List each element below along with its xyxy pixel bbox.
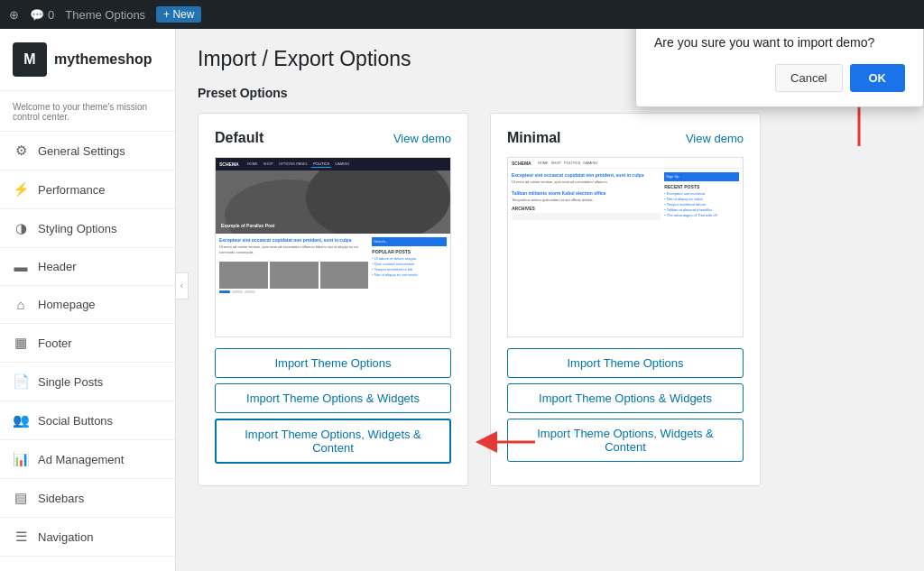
logo-tagline: Welcome to your theme's mission control … (0, 102, 175, 132)
sidebar-item-navigation[interactable]: ☰ Navigation (0, 518, 175, 557)
logo-name: mythemeshop (54, 51, 152, 68)
admin-bar-new[interactable]: + New (156, 6, 201, 23)
admin-bar-theme-options[interactable]: Theme Options (65, 8, 145, 22)
default-import-theme-options-btn[interactable]: Import Theme Options (215, 348, 451, 378)
sidebar-label-footer: Footer (38, 336, 72, 350)
sidebar-label-performance: Performance (38, 183, 105, 197)
admin-bar-title: Theme Options (65, 8, 145, 22)
sidebar-item-footer[interactable]: ▦ Footer (0, 324, 175, 363)
nav-icon: ☰ (13, 529, 29, 545)
bar-chart-icon: 📊 (13, 451, 29, 467)
dialog-message: Are you sure you want to import demo? (654, 35, 905, 50)
dialog-cancel-button[interactable]: Cancel (775, 64, 842, 92)
users-icon: 👥 (13, 412, 29, 428)
sidebar-link-ad-management[interactable]: 📊 Ad Management (0, 440, 175, 478)
preset-minimal-title: Minimal (507, 130, 561, 146)
home-icon: ⌂ (13, 297, 29, 312)
default-import-all-btn[interactable]: Import Theme Options, Widgets & Content (215, 419, 451, 464)
sidebar-label-homepage: Homepage (38, 298, 96, 311)
admin-bar: ⊕ 💬 0 Theme Options + New (0, 0, 924, 29)
main-layout: M mythemeshop Welcome to your theme's mi… (0, 29, 924, 571)
sidebar-link-social-buttons[interactable]: 👥 Social Buttons (0, 401, 175, 439)
default-view-demo-link[interactable]: View demo (393, 132, 451, 145)
sidebar-item-performance[interactable]: ⚡ Performance (0, 170, 175, 209)
sidebar-label-single-posts: Single Posts (38, 375, 103, 389)
admin-bar-wp-logo[interactable]: ⊕ (9, 8, 19, 22)
footer-icon: ▦ (13, 335, 29, 351)
sidebar-link-performance[interactable]: ⚡ Performance (0, 170, 175, 208)
sidebar-item-general-settings[interactable]: ⚙ General Settings (0, 132, 175, 170)
sidebar-label-ad-management: Ad Management (38, 453, 124, 466)
sidebar-label-styling-options: Styling Options (38, 222, 116, 235)
sidebar-link-footer[interactable]: ▦ Footer (0, 324, 175, 362)
sidebar-item-single-posts[interactable]: 📄 Single Posts (0, 363, 175, 401)
sidebar-label-header: Header (38, 260, 77, 273)
sidebar-item-ad-management[interactable]: 📊 Ad Management (0, 440, 175, 479)
dialog-ok-button[interactable]: OK (850, 64, 906, 92)
sidebar-label-general-settings: General Settings (38, 144, 125, 158)
comment-count: 0 (48, 8, 54, 22)
document-icon: 📄 (13, 373, 29, 390)
sidebar-link-styling-options[interactable]: ◑ Styling Options (0, 209, 175, 247)
minimal-import-theme-options-widgets-btn[interactable]: Import Theme Options & Widgets (507, 383, 744, 413)
sidebar-label-sidebars: Sidebars (38, 492, 84, 505)
gear-icon: ⚙ (13, 143, 29, 159)
preset-card-default: Default View demo SCHEMA HOME SHOP OPTIO… (198, 113, 468, 486)
main-content: Import / Export Options Preset Options D… (176, 29, 924, 571)
sidebar-item-sidebars[interactable]: ▤ Sidebars (0, 479, 175, 518)
minimal-import-all-btn[interactable]: Import Theme Options, Widgets & Content (507, 419, 744, 462)
collapse-sidebar-tab[interactable]: ‹ (176, 272, 189, 299)
default-import-theme-options-widgets-btn[interactable]: Import Theme Options & Widgets (215, 383, 451, 413)
sidebar-link-single-posts[interactable]: 📄 Single Posts (0, 363, 175, 401)
default-preview: SCHEMA HOME SHOP OPTIONS PANEL POLITICS … (215, 157, 451, 337)
circle-half-icon: ◑ (13, 220, 29, 236)
presets-row: Default View demo SCHEMA HOME SHOP OPTIO… (198, 113, 902, 486)
minimal-import-theme-options-btn[interactable]: Import Theme Options (507, 348, 744, 378)
sidebar-nav: ⚙ General Settings ⚡ Performance ◑ Styli… (0, 132, 175, 557)
dialog-buttons: Cancel OK (654, 64, 905, 92)
bolt-icon: ⚡ (13, 181, 29, 198)
new-badge: + New (156, 6, 201, 23)
sidebar-item-styling-options[interactable]: ◑ Styling Options (0, 209, 175, 248)
arrow-to-import-button (490, 419, 535, 465)
sidebar-link-header[interactable]: ▬ Header (0, 248, 175, 285)
sidebar: M mythemeshop Welcome to your theme's mi… (0, 29, 176, 571)
preset-card-default-header: Default View demo (215, 130, 451, 146)
sidebar-link-sidebars[interactable]: ▤ Sidebars (0, 479, 175, 517)
sidebar-link-general-settings[interactable]: ⚙ General Settings (0, 132, 175, 170)
minimal-preview: SCHEMA HOME SHOP POLITICS GAMING Exc (507, 157, 744, 337)
sidebar-label-navigation: Navigation (38, 530, 93, 544)
preset-default-title: Default (215, 130, 263, 146)
preset-card-minimal-header: Minimal View demo (507, 130, 744, 146)
minimal-view-demo-link[interactable]: View demo (686, 132, 744, 145)
sidebar-link-homepage[interactable]: ⌂ Homepage (0, 286, 175, 323)
sidebar-item-header[interactable]: ▬ Header (0, 248, 175, 286)
sidebar-logo: M mythemeshop (0, 29, 175, 91)
sidebar-item-social-buttons[interactable]: 👥 Social Buttons (0, 401, 175, 440)
admin-bar-comments[interactable]: 💬 0 (30, 8, 54, 22)
sidebar-label-social-buttons: Social Buttons (38, 414, 113, 428)
header-icon: ▬ (13, 259, 29, 274)
logo-icon: M (13, 42, 47, 77)
sidebars-icon: ▤ (13, 490, 29, 506)
sidebar-item-homepage[interactable]: ⌂ Homepage (0, 286, 175, 324)
comment-icon: 💬 (30, 8, 44, 22)
sidebar-link-navigation[interactable]: ☰ Navigation (0, 518, 175, 556)
